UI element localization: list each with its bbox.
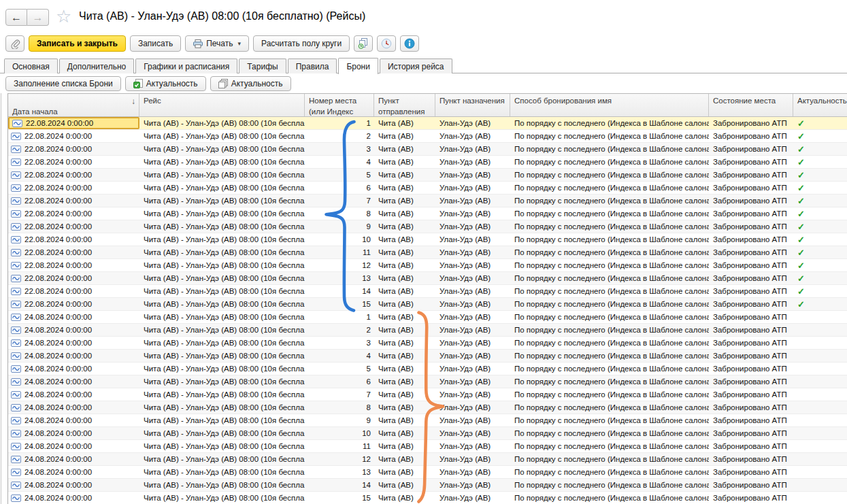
cell-destination[interactable]: Улан-Удэ (АВ): [435, 117, 510, 129]
cell-seat-number[interactable]: 5: [305, 169, 374, 181]
cell-actuality[interactable]: ✓: [793, 117, 847, 129]
cell-seat-number[interactable]: 12: [305, 453, 374, 465]
cell-seat-number[interactable]: 7: [305, 388, 374, 401]
cell-route[interactable]: Чита (АВ) - Улан-Удэ (АВ) 08:00 (10я бес…: [139, 363, 305, 375]
cell-seat-number[interactable]: 13: [305, 466, 374, 478]
cell-actuality[interactable]: [793, 375, 847, 388]
cell-seat-state[interactable]: Забронировано АТП: [709, 156, 793, 168]
table-row[interactable]: 24.08.2024 0:00:00Чита (АВ) - Улан-Удэ (…: [8, 453, 847, 466]
cell-seat-number[interactable]: 9: [305, 414, 374, 426]
cell-date[interactable]: 24.08.2024 0:00:00: [8, 414, 139, 426]
cell-booking-method[interactable]: По порядку с последнего (Индекса в Шабло…: [510, 311, 709, 323]
column-header-route[interactable]: Рейс: [139, 94, 305, 116]
table-row[interactable]: 24.08.2024 0:00:00Чита (АВ) - Улан-Удэ (…: [8, 350, 847, 363]
cell-date[interactable]: 22.08.2024 0:00:00: [8, 246, 139, 258]
cell-actuality[interactable]: [793, 350, 847, 362]
table-row[interactable]: 24.08.2024 0:00:00Чита (АВ) - Улан-Удэ (…: [8, 427, 847, 440]
cell-booking-method[interactable]: По порядку с последнего (Индекса в Шабло…: [510, 466, 709, 478]
cell-route[interactable]: Чита (АВ) - Улан-Удэ (АВ) 08:00 (10я бес…: [139, 388, 305, 401]
table-row[interactable]: 22.08.2024 0:00:00Чита (АВ) - Улан-Удэ (…: [8, 220, 847, 233]
cell-route[interactable]: Чита (АВ) - Улан-Удэ (АВ) 08:00 (10я бес…: [139, 117, 305, 129]
cell-route[interactable]: Чита (АВ) - Улан-Удэ (АВ) 08:00 (10я бес…: [139, 337, 305, 349]
cell-date[interactable]: 24.08.2024 0:00:00: [8, 492, 139, 504]
cell-departure[interactable]: Чита (АВ): [374, 388, 435, 401]
cell-actuality[interactable]: ✓: [793, 156, 847, 168]
cell-booking-method[interactable]: По порядку с последнего (Индекса в Шабло…: [510, 272, 709, 284]
cell-route[interactable]: Чита (АВ) - Улан-Удэ (АВ) 08:00 (10я бес…: [139, 156, 305, 168]
cell-route[interactable]: Чита (АВ) - Улан-Удэ (АВ) 08:00 (10я бес…: [139, 169, 305, 181]
cell-booking-method[interactable]: По порядку с последнего (Индекса в Шабло…: [510, 453, 709, 465]
cell-seat-state[interactable]: Забронировано АТП: [709, 285, 793, 297]
cell-route[interactable]: Чита (АВ) - Улан-Удэ (АВ) 08:00 (10я бес…: [139, 427, 305, 439]
cell-departure[interactable]: Чита (АВ): [374, 440, 435, 452]
cell-seat-number[interactable]: 10: [305, 427, 374, 439]
cell-destination[interactable]: Улан-Удэ (АВ): [435, 182, 510, 194]
cell-seat-state[interactable]: Забронировано АТП: [709, 414, 793, 426]
cell-seat-number[interactable]: 9: [305, 220, 374, 233]
cell-seat-state[interactable]: Забронировано АТП: [709, 259, 793, 271]
cell-seat-number[interactable]: 14: [305, 479, 374, 491]
cell-date[interactable]: 24.08.2024 0:00:00: [8, 427, 139, 439]
cell-booking-method[interactable]: По порядку с последнего (Индекса в Шабло…: [510, 156, 709, 168]
cell-departure[interactable]: Чита (АВ): [374, 259, 435, 271]
cell-booking-method[interactable]: По порядку с последнего (Индекса в Шабло…: [510, 324, 709, 336]
cell-seat-number[interactable]: 11: [305, 246, 374, 258]
cell-seat-number[interactable]: 2: [305, 130, 374, 142]
cell-departure[interactable]: Чита (АВ): [374, 272, 435, 284]
cell-seat-state[interactable]: Забронировано АТП: [709, 401, 793, 414]
cell-seat-number[interactable]: 7: [305, 195, 374, 207]
cell-route[interactable]: Чита (АВ) - Улан-Удэ (АВ) 08:00 (10я бес…: [139, 259, 305, 271]
cell-departure[interactable]: Чита (АВ): [374, 427, 435, 439]
cell-date[interactable]: 22.08.2024 0:00:00: [8, 272, 139, 284]
cell-booking-method[interactable]: По порядку с последнего (Индекса в Шабло…: [510, 479, 709, 491]
cell-booking-method[interactable]: По порядку с последнего (Индекса в Шабло…: [510, 220, 709, 233]
cell-date[interactable]: 22.08.2024 0:00:00: [8, 143, 139, 155]
cell-route[interactable]: Чита (АВ) - Улан-Удэ (АВ) 08:00 (10я бес…: [139, 492, 305, 504]
cell-seat-state[interactable]: Забронировано АТП: [709, 363, 793, 375]
cell-date[interactable]: 22.08.2024 0:00:00: [8, 207, 139, 220]
cell-booking-method[interactable]: По порядку с последнего (Индекса в Шабло…: [510, 414, 709, 426]
table-row[interactable]: 22.08.2024 0:00:00Чита (АВ) - Улан-Удэ (…: [8, 285, 847, 298]
cell-booking-method[interactable]: По порядку с последнего (Индекса в Шабло…: [510, 246, 709, 258]
cell-seat-number[interactable]: 6: [305, 182, 374, 194]
copy-actuality-button[interactable]: Актуальность: [210, 76, 291, 91]
cell-seat-state[interactable]: Забронировано АТП: [709, 182, 793, 194]
cell-actuality[interactable]: [793, 311, 847, 323]
cell-seat-number[interactable]: 8: [305, 401, 374, 414]
table-row[interactable]: 22.08.2024 0:00:00Чита (АВ) - Улан-Удэ (…: [8, 182, 847, 195]
cell-departure[interactable]: Чита (АВ): [374, 233, 435, 246]
cell-departure[interactable]: Чита (АВ): [374, 117, 435, 129]
cell-route[interactable]: Чита (АВ) - Улан-Удэ (АВ) 08:00 (10я бес…: [139, 272, 305, 284]
cell-route[interactable]: Чита (АВ) - Улан-Удэ (АВ) 08:00 (10я бес…: [139, 195, 305, 207]
cell-seat-number[interactable]: 4: [305, 350, 374, 362]
cell-booking-method[interactable]: По порядку с последнего (Индекса в Шабло…: [510, 298, 709, 310]
cell-route[interactable]: Чита (АВ) - Улан-Удэ (АВ) 08:00 (10я бес…: [139, 285, 305, 297]
table-row[interactable]: 24.08.2024 0:00:00Чита (АВ) - Улан-Удэ (…: [8, 375, 847, 388]
cell-actuality[interactable]: [793, 440, 847, 452]
table-row[interactable]: 24.08.2024 0:00:00Чита (АВ) - Улан-Удэ (…: [8, 479, 847, 492]
cell-actuality[interactable]: ✓: [793, 233, 847, 246]
cell-destination[interactable]: Улан-Удэ (АВ): [435, 492, 510, 504]
cell-booking-method[interactable]: По порядку с последнего (Индекса в Шабло…: [510, 492, 709, 504]
cell-actuality[interactable]: ✓: [793, 207, 847, 220]
cell-seat-state[interactable]: Забронировано АТП: [709, 337, 793, 349]
table-row[interactable]: 22.08.2024 0:00:00Чита (АВ) - Улан-Удэ (…: [8, 272, 847, 285]
cell-destination[interactable]: Улан-Удэ (АВ): [435, 195, 510, 207]
cell-actuality[interactable]: ✓: [793, 259, 847, 271]
cell-departure[interactable]: Чита (АВ): [374, 375, 435, 388]
tab-Основная[interactable]: Основная: [4, 58, 58, 73]
cell-departure[interactable]: Чита (АВ): [374, 363, 435, 375]
cell-departure[interactable]: Чита (АВ): [374, 182, 435, 194]
cell-date[interactable]: 24.08.2024 0:00:00: [8, 375, 139, 388]
cell-date[interactable]: 22.08.2024 0:00:00: [8, 285, 139, 297]
cell-departure[interactable]: Чита (АВ): [374, 156, 435, 168]
cell-booking-method[interactable]: По порядку с последнего (Индекса в Шабло…: [510, 440, 709, 452]
column-header-method[interactable]: Способ бронирования имя: [510, 94, 709, 116]
cell-seat-number[interactable]: 2: [305, 324, 374, 336]
cell-actuality[interactable]: [793, 427, 847, 439]
cell-booking-method[interactable]: По порядку с последнего (Индекса в Шабло…: [510, 143, 709, 155]
column-header-date[interactable]: Дата начала действия ↓: [8, 94, 139, 116]
table-row[interactable]: 22.08.2024 0:00:00Чита (АВ) - Улан-Удэ (…: [8, 298, 847, 311]
cell-actuality[interactable]: [793, 466, 847, 478]
cell-seat-number[interactable]: 10: [305, 233, 374, 246]
